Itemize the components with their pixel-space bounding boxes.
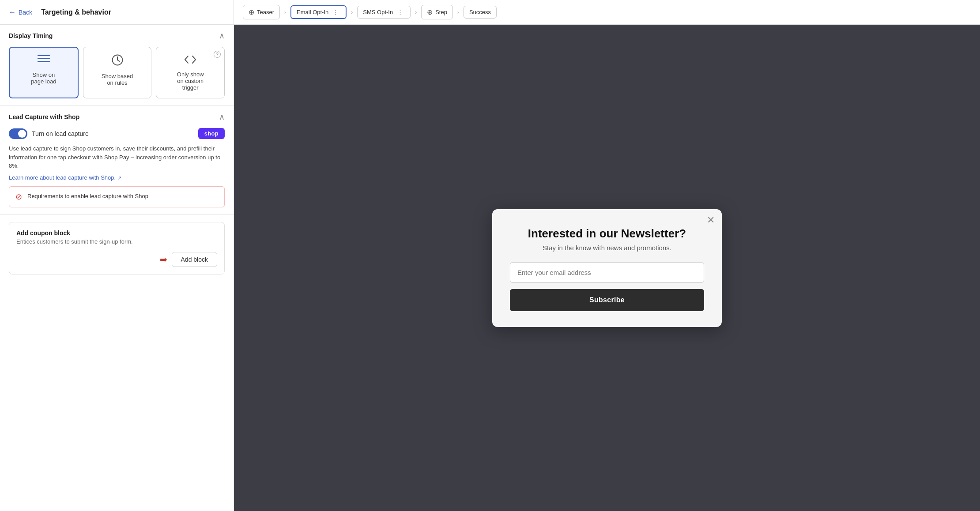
nav-step-success-label: Success <box>469 9 491 15</box>
timing-card-custom-label: Only showon customtrigger <box>177 71 204 91</box>
back-button[interactable]: ← Back <box>9 8 32 16</box>
page-title: Targeting & behavior <box>41 8 111 16</box>
svg-rect-2 <box>38 61 50 62</box>
list-icon <box>38 55 50 67</box>
back-arrow-icon: ← <box>9 8 16 16</box>
requirements-box: ⊘ Requirements to enable lead capture wi… <box>9 186 225 207</box>
coupon-description: Entices customers to submit the sign-up … <box>16 238 217 245</box>
modal-subtitle: Stay in the know with news and promotion… <box>510 244 704 252</box>
display-timing-collapse-button[interactable]: ∧ <box>219 32 225 40</box>
code-icon <box>184 54 196 67</box>
left-panel: Display Timing ∧ Show onpage load <box>0 25 234 511</box>
shop-badge: shop <box>198 128 225 139</box>
nav-step-sms-label: SMS Opt-In <box>363 9 393 15</box>
lead-capture-collapse-button[interactable]: ∧ <box>219 113 225 121</box>
coupon-card: Add coupon block Entices customers to su… <box>9 222 225 274</box>
clock-icon <box>112 54 123 68</box>
chevron-icon-2: › <box>351 9 353 15</box>
coupon-section: Add coupon block Entices customers to su… <box>0 215 234 282</box>
chevron-icon-4: › <box>457 9 459 15</box>
requirements-icon: ⊘ <box>15 192 22 202</box>
sms-step-dots[interactable]: ⋮ <box>396 9 405 15</box>
modal-close-button[interactable]: ✕ <box>707 215 715 225</box>
lead-capture-toggle-label: Turn on lead capture <box>32 130 89 137</box>
add-block-button[interactable]: Add block <box>172 252 217 267</box>
nav-step-email-opt-in[interactable]: Email Opt-In ⋮ <box>290 5 347 19</box>
plus-icon-2: ⊕ <box>427 8 433 16</box>
main-content: Display Timing ∧ Show onpage load <box>0 25 980 511</box>
lead-capture-description: Use lead capture to sign Shop customers … <box>9 144 225 170</box>
plus-icon: ⊕ <box>249 8 254 16</box>
svg-rect-1 <box>38 58 50 59</box>
svg-line-5 <box>117 60 120 61</box>
chevron-icon-1: › <box>284 9 286 15</box>
nav-step-sms-opt-in[interactable]: SMS Opt-In ⋮ <box>357 6 411 19</box>
nav-step-teaser[interactable]: ⊕ Teaser <box>243 5 280 19</box>
coupon-add-row: ➡ Add block <box>16 252 217 267</box>
timing-card-rules[interactable]: Show basedon rules <box>83 47 152 98</box>
nav-step-step-label: Step <box>435 9 447 15</box>
lead-capture-link-text: Learn more about lead capture with Shop. <box>9 174 116 181</box>
display-timing-header: Display Timing ∧ <box>9 32 225 40</box>
lead-capture-header: Lead Capture with Shop ∧ <box>9 113 225 121</box>
arrow-icon: ➡ <box>160 254 167 265</box>
display-timing-title: Display Timing <box>9 32 53 39</box>
nav-step-step[interactable]: ⊕ Step <box>421 5 453 19</box>
back-label: Back <box>19 9 32 16</box>
help-icon[interactable]: ? <box>214 51 221 58</box>
lead-toggle-row: Turn on lead capture shop <box>9 128 225 139</box>
toggle-left: Turn on lead capture <box>9 128 89 139</box>
right-panel-header: ⊕ Teaser › Email Opt-In ⋮ › SMS Opt-In ⋮… <box>234 5 980 19</box>
lead-capture-link[interactable]: Learn more about lead capture with Shop.… <box>9 174 121 181</box>
display-timing-section: Display Timing ∧ Show onpage load <box>0 25 234 106</box>
timing-card-rules-label: Show basedon rules <box>102 73 133 86</box>
nav-step-success[interactable]: Success <box>464 6 497 19</box>
newsletter-modal: ✕ Interested in our Newsletter? Stay in … <box>492 209 722 327</box>
left-panel-header: ← Back Targeting & behavior <box>0 0 234 24</box>
email-step-dots[interactable]: ⋮ <box>331 9 340 15</box>
lead-capture-title: Lead Capture with Shop <box>9 113 79 120</box>
requirements-text: Requirements to enable lead capture with… <box>27 192 148 200</box>
nav-step-teaser-label: Teaser <box>257 9 274 15</box>
timing-card-custom-trigger[interactable]: ? Only showon customtrigger <box>156 47 225 98</box>
top-nav: ← Back Targeting & behavior ⊕ Teaser › E… <box>0 0 980 25</box>
timing-cards: Show onpage load Show basedon rules <box>9 47 225 98</box>
right-panel-preview: ✕ Interested in our Newsletter? Stay in … <box>234 25 980 511</box>
chevron-icon-3: › <box>415 9 417 15</box>
timing-card-page-load[interactable]: Show onpage load <box>9 47 79 98</box>
coupon-title: Add coupon block <box>16 229 217 237</box>
lead-capture-toggle[interactable] <box>9 128 27 139</box>
email-input[interactable] <box>510 262 704 283</box>
external-link-icon: ↗ <box>117 175 121 180</box>
timing-card-page-load-label: Show onpage load <box>31 71 56 85</box>
nav-step-email-label: Email Opt-In <box>297 9 328 15</box>
modal-title: Interested in our Newsletter? <box>510 227 704 240</box>
subscribe-button[interactable]: Subscribe <box>510 289 704 311</box>
lead-capture-section: Lead Capture with Shop ∧ Turn on lead ca… <box>0 106 234 215</box>
svg-rect-0 <box>38 55 50 56</box>
